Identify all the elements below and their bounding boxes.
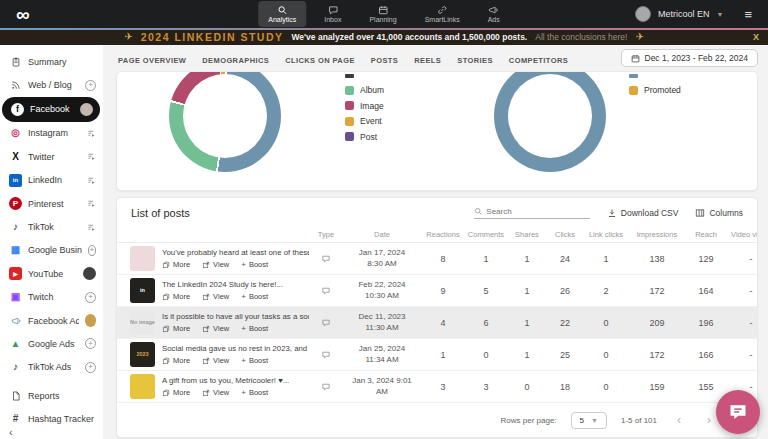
section-tab[interactable]: POSTS	[371, 56, 398, 65]
sidebar-item[interactable]: ▶ YouTube	[0, 262, 103, 285]
column-header[interactable]: Shares	[507, 230, 547, 239]
sidebar-item[interactable]: Summary	[0, 50, 103, 73]
sidebar-item[interactable]: ♪ TikTok Ads +	[0, 356, 103, 379]
connect-profile-icon[interactable]	[87, 176, 96, 185]
sidebar-item[interactable]: ▲ Google Ads +	[0, 332, 103, 355]
post-row[interactable]: No image Is it possible to have all your…	[117, 307, 757, 339]
post-row[interactable]: 2023 Social media gave us no rest in 202…	[117, 339, 757, 371]
post-row[interactable]: in The LinkedIn 2024 Study is here!... M…	[117, 275, 757, 307]
sidebar-item-label: Twitter	[28, 152, 55, 162]
connect-profile-icon[interactable]	[87, 152, 96, 161]
column-header[interactable]: Link clicks	[583, 230, 629, 239]
top-nav-item[interactable]: SmartLinks	[415, 1, 470, 27]
table-footer: Rows per page: 5 ▼ 1-5 of 101 ‹ ›	[117, 403, 757, 437]
platform-icon: ♪	[9, 361, 22, 374]
sidebar-item[interactable]: # Hashtag Tracker	[0, 407, 103, 430]
search-box[interactable]	[474, 207, 590, 219]
legend-item[interactable]: Post	[345, 132, 384, 142]
boost-button[interactable]: + Boost	[241, 260, 268, 269]
view-button[interactable]: View	[202, 324, 229, 333]
section-tab[interactable]: CLICKS ON PAGE	[285, 56, 355, 65]
columns-button[interactable]: Columns	[695, 208, 743, 218]
sidebar-item[interactable]: ◎ Instagram	[0, 122, 103, 145]
legend-item[interactable]: Promoted	[629, 85, 681, 95]
column-header[interactable]: Date	[343, 230, 421, 239]
more-button[interactable]: More	[162, 324, 190, 333]
sidebar-item[interactable]: ▣ Twitch +	[0, 286, 103, 309]
add-connection-icon[interactable]: +	[85, 292, 96, 303]
boost-button[interactable]: + Boost	[241, 292, 268, 301]
organic-vs-promoted-donut[interactable]	[494, 71, 606, 172]
search-input[interactable]	[486, 207, 590, 216]
download-csv-button[interactable]: Download CSV	[607, 208, 679, 218]
post-row[interactable]: A gift from us to you, Metricooler! ♥...…	[117, 371, 757, 403]
platform-icon	[9, 389, 22, 402]
post-type-icon	[309, 254, 343, 264]
sidebar-item[interactable]: ▦ Google Business ... +	[0, 239, 103, 262]
column-header[interactable]: Comments	[465, 230, 507, 239]
post-row[interactable]: You've probably heard at least one of th…	[117, 243, 757, 275]
sidebar-collapse-button[interactable]: ‹	[9, 426, 13, 438]
previous-page-button[interactable]: ‹	[671, 413, 687, 427]
more-button[interactable]: More	[162, 260, 190, 269]
more-button[interactable]: More	[162, 356, 190, 365]
top-nav-item[interactable]: Ads	[478, 1, 510, 27]
add-connection-icon[interactable]: +	[88, 245, 96, 256]
hamburger-menu-icon[interactable]: ≡	[744, 7, 752, 22]
posts-by-type-donut[interactable]	[169, 71, 281, 172]
more-icon	[162, 389, 170, 397]
more-button[interactable]: More	[162, 292, 190, 301]
sidebar-item[interactable]: P Pinterest	[0, 192, 103, 215]
account-name: Metricool EN	[658, 9, 710, 19]
section-tab[interactable]: REELS	[414, 56, 441, 65]
view-button[interactable]: View	[202, 292, 229, 301]
post-cell: You've probably heard at least one of th…	[117, 246, 309, 271]
top-nav-item[interactable]: Inbox	[314, 1, 351, 27]
sidebar-item[interactable]: Facebook Ads	[0, 309, 103, 332]
section-tab[interactable]: DEMOGRAPHICS	[202, 56, 269, 65]
boost-button[interactable]: + Boost	[241, 388, 268, 397]
view-button[interactable]: View	[202, 388, 229, 397]
connect-profile-icon[interactable]	[87, 129, 96, 138]
column-header[interactable]: Clicks	[547, 230, 583, 239]
account-menu[interactable]: Metricool EN ▼ ≡	[635, 6, 768, 22]
add-connection-icon[interactable]: +	[85, 80, 96, 91]
legend-item[interactable]: Image	[345, 101, 384, 111]
section-tab[interactable]: STORIES	[457, 56, 493, 65]
column-header[interactable]: Reach	[685, 230, 727, 239]
download-icon	[607, 208, 617, 218]
top-nav-item[interactable]: Planning	[359, 1, 406, 27]
column-header[interactable]: Impressions	[629, 230, 685, 239]
add-connection-icon[interactable]: +	[85, 362, 96, 373]
promo-banner[interactable]: ✈ 2024 LINKEDIN STUDY We've analyzed ove…	[0, 28, 768, 45]
more-button[interactable]: More	[162, 388, 190, 397]
sidebar-item[interactable]: Reports	[0, 384, 103, 407]
chat-launcher-button[interactable]	[716, 390, 760, 434]
section-tab[interactable]: COMPETITORS	[509, 56, 568, 65]
sidebar-item[interactable]: ♪ TikTok	[0, 215, 103, 238]
connect-profile-icon[interactable]	[87, 199, 96, 208]
column-header[interactable]: Video views	[727, 230, 758, 239]
view-button[interactable]: View	[202, 260, 229, 269]
top-nav-item[interactable]: Analytics	[258, 1, 306, 27]
boost-button[interactable]: + Boost	[241, 356, 268, 365]
view-button[interactable]: View	[202, 356, 229, 365]
banner-close-button[interactable]: X	[753, 32, 759, 42]
connect-profile-icon[interactable]	[87, 223, 96, 232]
sidebar-item[interactable]: X Twitter	[0, 145, 103, 168]
metric-value: 129	[685, 254, 727, 264]
metricool-logo[interactable]: ∞	[0, 5, 45, 24]
column-header[interactable]: Type	[309, 230, 343, 239]
legend-item[interactable]: Album	[345, 85, 384, 95]
column-header[interactable]: Reactions	[421, 230, 465, 239]
legend-item[interactable]: Event	[345, 116, 384, 126]
date-range-picker[interactable]: Dec 1, 2023 - Feb 22, 2024	[621, 49, 759, 67]
boost-button[interactable]: + Boost	[241, 324, 268, 333]
sidebar-item[interactable]: f Facebook	[2, 97, 100, 122]
next-page-button[interactable]: ›	[701, 413, 717, 427]
section-tab[interactable]: PAGE OVERVIEW	[118, 56, 186, 65]
sidebar-item[interactable]: Web / Blog +	[0, 73, 103, 96]
rows-per-page-select[interactable]: 5 ▼	[571, 412, 607, 429]
add-connection-icon[interactable]: +	[85, 338, 96, 349]
sidebar-item[interactable]: in LinkedIn	[0, 169, 103, 192]
